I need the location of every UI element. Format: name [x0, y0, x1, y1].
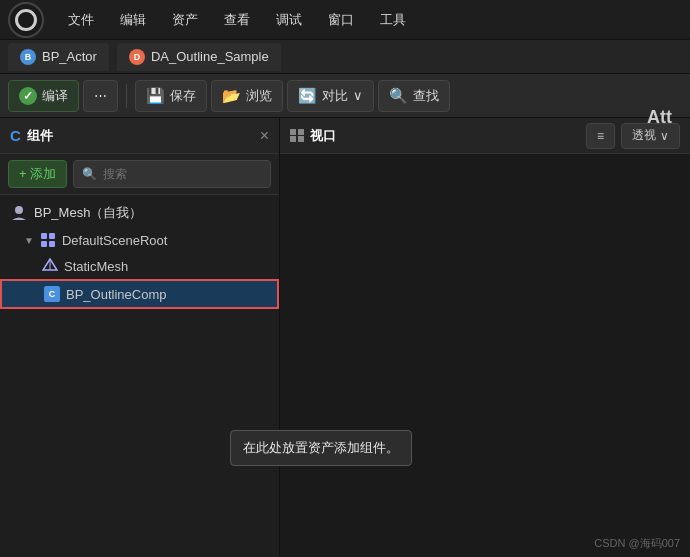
menu-debug[interactable]: 调试: [272, 9, 306, 31]
menu-tools[interactable]: 工具: [376, 9, 410, 31]
browse-icon: 📂: [222, 87, 241, 105]
static-mesh-icon: [42, 258, 58, 274]
perspective-label: 透视: [632, 127, 656, 144]
components-panel-close[interactable]: ×: [260, 127, 269, 145]
compile-check-icon: ✓: [19, 87, 37, 105]
viewport-area: [280, 154, 690, 557]
svg-rect-1: [41, 233, 47, 239]
search-box[interactable]: 🔍: [73, 160, 271, 188]
tree-item-bp-outlinecomp[interactable]: C BP_OutlineComp: [0, 279, 279, 309]
components-panel: C 组件 × + 添加 🔍 BP: [0, 118, 280, 557]
tab-bp-actor-label: BP_Actor: [42, 49, 97, 64]
search-input[interactable]: [103, 167, 262, 181]
viewport-title: 视口: [290, 127, 336, 145]
compile-button[interactable]: ✓ 编译: [8, 80, 79, 112]
browse-label: 浏览: [246, 87, 272, 105]
find-icon: 🔍: [389, 87, 408, 105]
browse-button[interactable]: 📂 浏览: [211, 80, 283, 112]
viewport-header: 视口 ≡ 透视 ∨: [280, 118, 690, 154]
svg-rect-2: [49, 233, 55, 239]
tree-item-static-mesh-label: StaticMesh: [64, 259, 128, 274]
more-options-button[interactable]: ⋯: [83, 80, 118, 112]
tree-item-scene-root[interactable]: ▼ DefaultSceneRoot: [0, 227, 279, 253]
bp-mesh-icon: [10, 204, 28, 222]
component-tree: BP_Mesh（自我） ▼ DefaultSceneRoot: [0, 195, 279, 557]
find-button[interactable]: 🔍 查找: [378, 80, 450, 112]
title-bar: 文件 编辑 资产 查看 调试 窗口 工具: [0, 0, 690, 40]
find-label: 查找: [413, 87, 439, 105]
tab-da-outline-label: DA_Outline_Sample: [151, 49, 269, 64]
viewport-panel: 视口 ≡ 透视 ∨: [280, 118, 690, 557]
menu-window[interactable]: 窗口: [324, 9, 358, 31]
hamburger-icon: ≡: [597, 129, 604, 143]
watermark: CSDN @海码007: [594, 536, 680, 551]
tree-item-bp-mesh[interactable]: BP_Mesh（自我）: [0, 199, 279, 227]
diff-button[interactable]: 🔄 对比 ∨: [287, 80, 374, 112]
hamburger-button[interactable]: ≡: [586, 123, 615, 149]
components-panel-title: C 组件: [10, 127, 53, 145]
bp-outlinecomp-icon: C: [44, 286, 60, 302]
tab-bp-actor-icon: B: [20, 49, 36, 65]
components-panel-icon: C: [10, 127, 21, 144]
more-options-icon: ⋯: [94, 88, 107, 103]
main-area: C 组件 × + 添加 🔍 BP: [0, 118, 690, 557]
diff-icon: 🔄: [298, 87, 317, 105]
menu-view[interactable]: 查看: [220, 9, 254, 31]
tab-bar: B BP_Actor D DA_Outline_Sample: [0, 40, 690, 74]
toolbar: ✓ 编译 ⋯ 💾 保存 📂 浏览 🔄 对比 ∨ 🔍 查找: [0, 74, 690, 118]
tree-item-bp-mesh-label: BP_Mesh（自我）: [34, 204, 142, 222]
att-label: Att: [647, 107, 672, 128]
menu-file[interactable]: 文件: [64, 9, 98, 31]
tab-da-outline-icon: D: [129, 49, 145, 65]
ue-logo-inner: [15, 9, 37, 31]
diff-arrow: ∨: [353, 88, 363, 103]
menu-edit[interactable]: 编辑: [116, 9, 150, 31]
svg-point-0: [15, 206, 23, 214]
save-icon: 💾: [146, 87, 165, 105]
perspective-arrow: ∨: [660, 129, 669, 143]
components-panel-title-text: 组件: [27, 127, 53, 145]
components-panel-header: C 组件 ×: [0, 118, 279, 154]
scene-root-icon: [40, 232, 56, 248]
search-icon: 🔍: [82, 167, 97, 181]
compile-label: 编译: [42, 87, 68, 105]
save-button[interactable]: 💾 保存: [135, 80, 207, 112]
menu-bar: 文件 编辑 资产 查看 调试 窗口 工具: [64, 9, 682, 31]
svg-rect-3: [41, 241, 47, 247]
tree-item-static-mesh[interactable]: StaticMesh: [0, 253, 279, 279]
tab-da-outline[interactable]: D DA_Outline_Sample: [117, 43, 281, 71]
add-component-button[interactable]: + 添加: [8, 160, 67, 188]
tree-item-scene-root-label: DefaultSceneRoot: [62, 233, 168, 248]
save-label: 保存: [170, 87, 196, 105]
tab-bp-actor[interactable]: B BP_Actor: [8, 43, 109, 71]
svg-rect-4: [49, 241, 55, 247]
viewport-grid-icon: [290, 129, 304, 143]
diff-label: 对比: [322, 87, 348, 105]
menu-assets[interactable]: 资产: [168, 9, 202, 31]
add-component-label: + 添加: [19, 165, 56, 183]
tree-item-bp-outlinecomp-label: BP_OutlineComp: [66, 287, 166, 302]
components-panel-toolbar: + 添加 🔍: [0, 154, 279, 195]
ue-logo: [8, 2, 44, 38]
expand-arrow-scene-root: ▼: [24, 235, 34, 246]
viewport-title-text: 视口: [310, 127, 336, 145]
toolbar-divider-1: [126, 84, 127, 108]
